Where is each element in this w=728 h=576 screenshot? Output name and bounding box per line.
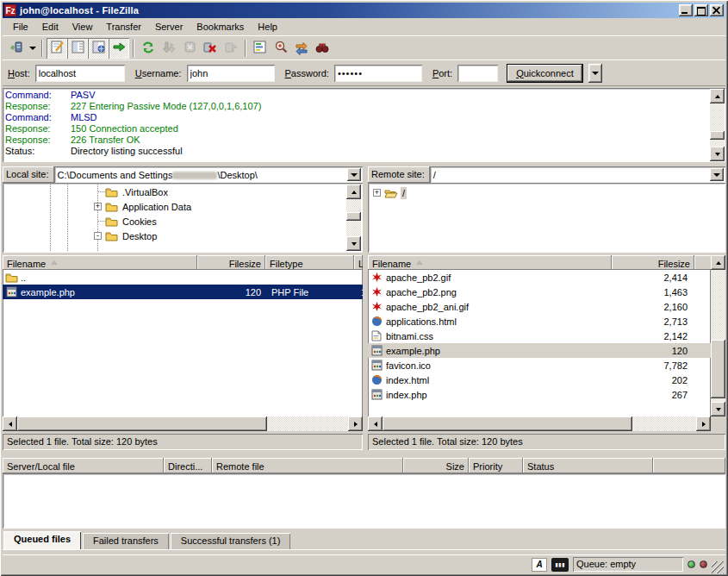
local-tree-scrollbar[interactable] <box>346 185 361 251</box>
site-manager-button[interactable] <box>6 38 27 59</box>
column-header-filetype[interactable]: Filetype <box>265 255 354 270</box>
scroll-right-button[interactable] <box>696 416 711 431</box>
scrollbar-thumb[interactable] <box>383 416 632 431</box>
file-row[interactable]: apache_pb2_ani.gif 2,160 <box>368 299 711 314</box>
tab-failed-transfers[interactable]: Failed transfers <box>83 533 169 549</box>
remote-site-dropdown[interactable] <box>710 168 724 181</box>
column-header-filename[interactable]: Filename <box>368 255 612 270</box>
port-input[interactable] <box>457 65 498 82</box>
scrollbar-thumb[interactable] <box>711 340 725 398</box>
local-list-hscrollbar[interactable] <box>3 416 363 431</box>
log-scrollbar[interactable] <box>710 89 725 161</box>
scrollbar-thumb[interactable] <box>346 212 361 221</box>
local-site-row: Local site: C:\Documents and Settings\De… <box>3 166 363 183</box>
column-header-filesize[interactable]: Filesize <box>612 255 694 270</box>
close-button[interactable] <box>710 4 724 16</box>
remote-site-combo[interactable]: / <box>430 166 725 183</box>
toggle-log-button[interactable] <box>47 38 67 59</box>
column-header-priority[interactable]: Priority <box>469 458 523 473</box>
remote-list-scrollbar[interactable] <box>711 255 725 416</box>
file-row[interactable]: favicon.ico 7,782 <box>368 358 711 373</box>
quickconnect-bar: Host: Username: Password: Port: Quickcon… <box>3 59 725 86</box>
remote-list-hscrollbar[interactable] <box>368 416 711 431</box>
tree-item-desktop[interactable]: - Desktop <box>3 229 363 243</box>
tree-expander[interactable]: + <box>373 189 381 197</box>
scroll-down-button[interactable] <box>711 402 725 416</box>
cancel-icon <box>183 40 197 56</box>
menu-edit[interactable]: Edit <box>35 19 65 34</box>
site-manager-dropdown[interactable] <box>27 38 38 59</box>
file-row-example-php[interactable]: example.php 120 PHP File 1 <box>3 285 363 299</box>
column-header-filesize[interactable]: Filesize <box>197 255 265 270</box>
scroll-left-button[interactable] <box>3 416 17 431</box>
tree-item-root[interactable]: + / <box>368 185 725 200</box>
column-header-lastmodified[interactable]: L <box>354 255 363 270</box>
toggle-remote-tree-button[interactable] <box>88 38 109 59</box>
file-row-parent-dir[interactable]: .. <box>3 270 363 285</box>
scroll-down-button[interactable] <box>710 147 725 161</box>
minimize-button[interactable] <box>679 4 693 16</box>
menu-transfer[interactable]: Transfer <box>99 19 148 34</box>
local-site-dropdown[interactable] <box>347 168 361 181</box>
scroll-up-button[interactable] <box>710 89 725 103</box>
toggle-queue-button[interactable] <box>109 38 129 59</box>
file-row[interactable]: bitnami.css 2,142 <box>368 329 711 343</box>
column-header-server-local-file[interactable]: Server/Local file <box>3 458 164 473</box>
cancel-button[interactable] <box>179 38 200 59</box>
maximize-button[interactable] <box>694 4 708 16</box>
menu-view[interactable]: View <box>65 19 100 34</box>
process-queue-button[interactable] <box>159 38 179 59</box>
menu-server[interactable]: Server <box>148 19 190 34</box>
username-input[interactable] <box>187 65 275 82</box>
host-input[interactable] <box>35 65 125 82</box>
tree-item-cookies[interactable]: Cookies <box>3 214 363 229</box>
menubar: File Edit View Transfer Server Bookmarks… <box>3 18 725 35</box>
quickconnect-button[interactable]: Quickconnect <box>507 64 583 83</box>
file-row[interactable]: index.php 267 <box>368 387 711 402</box>
file-row[interactable]: apache_pb2.gif 2,414 <box>368 270 711 285</box>
file-row[interactable]: apache_pb2.png 1,463 <box>368 285 711 299</box>
column-header-status[interactable]: Status <box>523 458 653 473</box>
folder-icon <box>104 230 118 242</box>
column-header-filename[interactable]: Filename <box>3 255 197 270</box>
scroll-right-button[interactable] <box>348 416 363 431</box>
file-row-example-php[interactable]: example.php 120 <box>368 343 711 358</box>
tab-successful-transfers[interactable]: Successful transfers (1) <box>171 533 291 549</box>
column-header-direction[interactable]: Directi... <box>164 458 212 473</box>
toggle-local-tree-button[interactable] <box>67 38 88 59</box>
file-row[interactable]: index.html 202 <box>368 373 711 387</box>
filter-button[interactable] <box>250 38 271 59</box>
titlebar[interactable]: Fz john@localhost - FileZilla <box>3 3 725 18</box>
menu-file[interactable]: File <box>6 19 35 34</box>
scrollbar-thumb[interactable] <box>17 416 267 431</box>
resize-grip[interactable] <box>712 561 724 573</box>
menu-bookmarks[interactable]: Bookmarks <box>190 19 251 34</box>
file-row[interactable]: applications.html 2,713 <box>368 314 711 329</box>
toolbar-separator <box>245 40 246 57</box>
column-header-size[interactable]: Size <box>403 458 469 473</box>
toolbar-separator <box>133 40 134 57</box>
tab-queued-files[interactable]: Queued files <box>3 531 81 549</box>
local-site-combo[interactable]: C:\Documents and Settings\Desktop\ <box>54 166 363 183</box>
reconnect-button[interactable] <box>221 38 241 59</box>
password-input[interactable] <box>334 65 422 82</box>
column-header-remote-file[interactable]: Remote file <box>212 458 403 473</box>
tree-item-virtualbox[interactable]: .VirtualBox <box>3 185 363 199</box>
tree-item-application-data[interactable]: + Application Data <box>3 199 363 214</box>
compare-button[interactable] <box>271 38 291 59</box>
sync-browsing-button[interactable] <box>291 38 312 59</box>
scroll-left-button[interactable] <box>368 416 383 431</box>
tree-expander[interactable]: + <box>94 203 102 210</box>
scroll-up-button[interactable] <box>711 255 725 270</box>
scrollbar-thumb[interactable] <box>710 131 725 140</box>
queue-list <box>3 473 725 529</box>
quickconnect-dropdown[interactable] <box>588 64 602 83</box>
scroll-down-button[interactable] <box>346 236 361 251</box>
menu-help[interactable]: Help <box>251 19 284 34</box>
refresh-button[interactable] <box>138 38 159 59</box>
html-file-icon <box>370 374 383 386</box>
scroll-up-button[interactable] <box>346 185 361 199</box>
tree-expander[interactable]: - <box>94 232 102 240</box>
find-button[interactable] <box>312 38 333 59</box>
disconnect-button[interactable] <box>200 38 221 59</box>
